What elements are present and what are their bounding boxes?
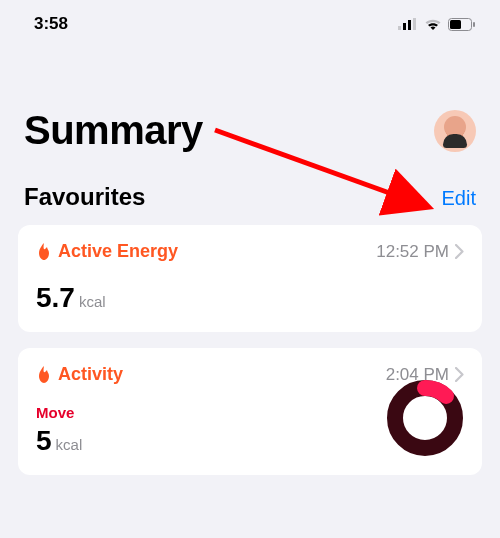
activity-ring-icon	[386, 379, 464, 457]
move-label: Move	[36, 404, 82, 421]
status-bar: 3:58	[0, 0, 500, 48]
svg-rect-5	[450, 20, 461, 29]
card-active-energy[interactable]: Active Energy 12:52 PM 5.7 kcal	[18, 225, 482, 332]
avatar[interactable]	[434, 110, 476, 152]
status-icons	[398, 18, 476, 31]
metric-unit: kcal	[56, 436, 83, 453]
metric-value: 5.7	[36, 282, 75, 314]
metric-name-activity: Activity	[36, 364, 123, 385]
cellular-icon	[398, 18, 418, 30]
svg-rect-3	[413, 18, 416, 30]
svg-rect-6	[473, 22, 475, 27]
metric-name-active-energy: Active Energy	[36, 241, 178, 262]
favourites-title: Favourites	[24, 183, 145, 211]
chevron-right-icon	[455, 244, 464, 259]
flame-icon	[36, 366, 52, 384]
header: Summary	[0, 48, 500, 153]
flame-icon	[36, 243, 52, 261]
svg-rect-0	[398, 26, 401, 30]
favourites-header: Favourites Edit	[0, 153, 500, 225]
metric-value: 5	[36, 425, 52, 457]
svg-rect-1	[403, 23, 406, 30]
page-title: Summary	[24, 108, 203, 153]
card-activity[interactable]: Activity 2:04 PM Move 5 kcal	[18, 348, 482, 475]
timestamp-text: 12:52 PM	[376, 242, 449, 262]
edit-button[interactable]: Edit	[442, 187, 476, 210]
metric-label: Activity	[58, 364, 123, 385]
battery-icon	[448, 18, 476, 31]
timestamp: 12:52 PM	[376, 242, 464, 262]
metric-unit: kcal	[79, 293, 106, 310]
svg-rect-2	[408, 20, 411, 30]
metric-label: Active Energy	[58, 241, 178, 262]
status-time: 3:58	[34, 14, 68, 34]
wifi-icon	[424, 18, 442, 31]
